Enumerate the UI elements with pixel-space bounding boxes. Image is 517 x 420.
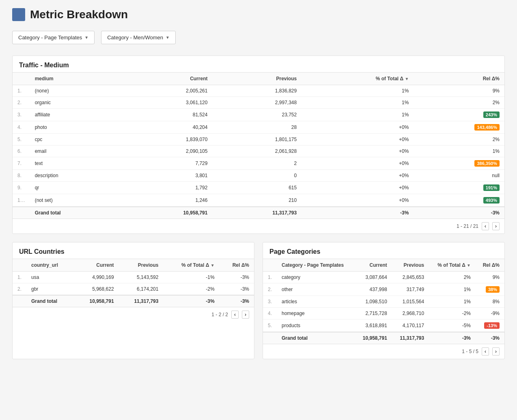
page-categories-header: Page Categories [263, 242, 504, 259]
traffic-medium-title: Traffic - Medium [19, 62, 69, 69]
row-pct: 1% [429, 283, 476, 296]
uc-sort-icon: ▼ [211, 263, 215, 268]
row-label: gbr [26, 283, 74, 296]
url-countries-header-row: country_url Current Previous % of Total … [13, 259, 254, 272]
row-label: products [277, 319, 355, 332]
gt-label: Grand total [277, 332, 355, 344]
filter-category-page-templates[interactable]: Category - Page Templates ▼ [12, 31, 95, 44]
row-rel: 9% [476, 272, 504, 283]
col-pct-total[interactable]: % of Total Δ ▼ [302, 73, 414, 85]
pc-col-current: Current [355, 259, 392, 272]
row-label: usa [26, 272, 74, 283]
row-current: 2,005,261 [123, 85, 213, 97]
row-current: 1,792 [123, 182, 213, 194]
row-previous: 2,968,710 [392, 308, 429, 319]
row-previous: 615 [212, 182, 302, 194]
pagination-next[interactable]: › [492, 222, 500, 230]
table-row: 5. products 3,618,891 4,170,117 -5% -13% [263, 319, 504, 332]
page-title: Metric Breakdown [30, 8, 128, 21]
row-current: 7,729 [123, 157, 213, 170]
row-rel: -9% [476, 308, 504, 319]
uc-col-num [13, 259, 26, 272]
page-header: Metric Breakdown [12, 8, 505, 21]
table-row: 7. text 7,729 2 +0% 386,350% [13, 157, 504, 170]
filter-arrow-2: ▼ [166, 35, 170, 40]
row-num: 3. [263, 296, 277, 308]
row-current: 81,524 [123, 109, 213, 121]
url-countries-tbody: 1. usa 4,990,169 5,143,592 -1% -3% 2. gb… [13, 272, 254, 307]
row-pct: +0% [302, 121, 414, 134]
table-row: 1. (none) 2,005,261 1,836,829 1% 9% [13, 85, 504, 97]
row-num: 8. [13, 170, 30, 182]
row-pct: 1% [302, 85, 414, 97]
row-num: 4. [263, 308, 277, 319]
table-row: 9. qr 1,792 615 +0% 191% [13, 182, 504, 194]
row-previous: 210 [212, 194, 302, 207]
row-num: 1… [13, 194, 30, 207]
row-num: 9. [13, 182, 30, 194]
row-num: 4. [13, 121, 30, 134]
gt-previous: 11,317,793 [392, 332, 429, 344]
table-row: 4. homepage 2,715,728 2,968,710 -2% -9% [263, 308, 504, 319]
uc-col-pct[interactable]: % of Total Δ ▼ [163, 259, 219, 272]
row-label: (none) [30, 85, 123, 97]
row-label: email [30, 146, 123, 157]
row-current: 437,998 [355, 283, 392, 296]
uc-pagination-info: 1 - 2 / 2 [211, 312, 228, 317]
filter-category-men-women[interactable]: Category - Men/Women ▼ [101, 31, 176, 44]
gt-current: 10,958,791 [355, 332, 392, 344]
row-previous: 2,061,928 [212, 146, 302, 157]
row-pct: 1% [302, 97, 414, 109]
row-label: affiliate [30, 109, 123, 121]
row-label: qr [30, 182, 123, 194]
page-categories-section: Page Categories Category - Page Template… [263, 242, 505, 359]
row-previous: 0 [212, 170, 302, 182]
uc-pagination-next[interactable]: › [242, 311, 249, 319]
pc-pagination-prev[interactable]: ‹ [482, 347, 489, 356]
row-current: 40,204 [123, 121, 213, 134]
table-row: 2. other 437,998 317,749 1% 38% [263, 283, 504, 296]
row-current: 1,246 [123, 194, 213, 207]
sort-icon-pct: ▼ [405, 77, 409, 81]
row-label: other [277, 283, 355, 296]
gt-pct: -3% [163, 295, 219, 307]
page-categories-title: Page Categories [269, 248, 320, 255]
page-categories-header-row: Category - Page Templates Current Previo… [263, 259, 504, 272]
uc-col-previous: Previous [119, 259, 164, 272]
traffic-medium-header: Traffic - Medium [13, 56, 504, 73]
pagination-info: 1 - 21 / 21 [457, 223, 478, 229]
row-rel: null [414, 170, 504, 182]
row-previous: 6,174,201 [119, 283, 164, 296]
row-pct: +0% [302, 170, 414, 182]
gt-pct: -3% [429, 332, 476, 344]
uc-col-current: Current [74, 259, 119, 272]
row-previous: 4,170,117 [392, 319, 429, 332]
url-countries-table: country_url Current Previous % of Total … [13, 259, 254, 307]
row-pct: -2% [163, 283, 219, 296]
gt-num [13, 207, 30, 219]
row-num: 2. [13, 97, 30, 109]
gt-num [13, 295, 26, 307]
pc-pagination-next[interactable]: › [492, 347, 500, 356]
gt-label: Grand total [26, 295, 74, 307]
uc-pagination-prev[interactable]: ‹ [231, 311, 239, 319]
pagination-prev[interactable]: ‹ [482, 222, 489, 230]
row-pct: 2% [429, 272, 476, 283]
row-label: description [30, 170, 123, 182]
row-label: articles [277, 296, 355, 308]
page-container: Metric Breakdown Category - Page Templat… [0, 0, 517, 420]
pc-col-previous: Previous [392, 259, 429, 272]
row-previous: 5,143,592 [119, 272, 164, 283]
filter-arrow-1: ▼ [84, 35, 88, 40]
row-pct: 1% [429, 296, 476, 308]
row-current: 2,715,728 [355, 308, 392, 319]
page-categories-pagination: 1 - 5 / 5 ‹ › [263, 344, 504, 359]
gt-label: Grand total [30, 207, 123, 219]
table-row: 8. description 3,801 0 +0% null [13, 170, 504, 182]
pc-col-pct[interactable]: % of Total Δ ▼ [429, 259, 476, 272]
row-num: 3. [13, 109, 30, 121]
row-current: 2,090,105 [123, 146, 213, 157]
url-countries-section: URL Countries country_url Current Previo… [12, 242, 254, 359]
row-rel: 191% [414, 182, 504, 194]
row-rel: -3% [220, 283, 254, 296]
